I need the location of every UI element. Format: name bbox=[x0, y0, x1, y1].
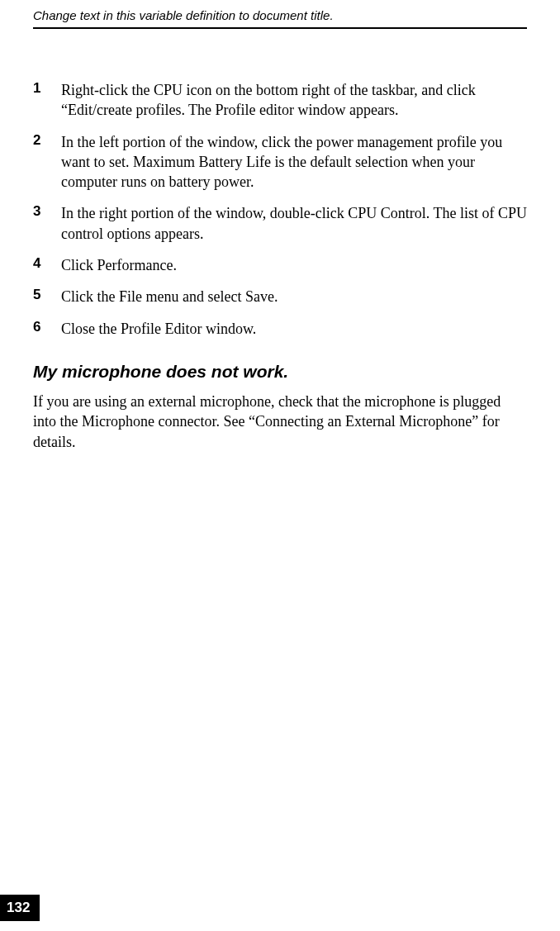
step-number: 4 bbox=[33, 255, 61, 275]
step-text: In the left portion of the window, click… bbox=[61, 132, 527, 192]
step-number: 2 bbox=[33, 132, 61, 192]
step-number: 5 bbox=[33, 287, 61, 306]
step-text: Click the File menu and select Save. bbox=[61, 287, 278, 306]
step-text: Right-click the CPU icon on the bottom r… bbox=[61, 80, 527, 121]
step-text: Click Performance. bbox=[61, 255, 177, 275]
step-text: Close the Profile Editor window. bbox=[61, 319, 256, 339]
header-title: Change text in this variable definition … bbox=[33, 8, 527, 29]
step-number: 1 bbox=[33, 80, 61, 121]
page-number: 132 bbox=[0, 895, 40, 921]
section-body: If you are using an external microphone,… bbox=[33, 392, 527, 452]
document-page: Change text in this variable definition … bbox=[0, 0, 560, 452]
step-number: 3 bbox=[33, 203, 61, 244]
step-item: 6 Close the Profile Editor window. bbox=[33, 319, 527, 339]
step-text: In the right portion of the window, doub… bbox=[61, 203, 527, 244]
step-item: 3 In the right portion of the window, do… bbox=[33, 203, 527, 244]
step-item: 2 In the left portion of the window, cli… bbox=[33, 132, 527, 192]
step-item: 5 Click the File menu and select Save. bbox=[33, 287, 527, 306]
step-item: 4 Click Performance. bbox=[33, 255, 527, 275]
step-number: 6 bbox=[33, 319, 61, 339]
step-list: 1 Right-click the CPU icon on the bottom… bbox=[33, 80, 527, 339]
step-item: 1 Right-click the CPU icon on the bottom… bbox=[33, 80, 527, 121]
section-heading: My microphone does not work. bbox=[33, 362, 527, 382]
